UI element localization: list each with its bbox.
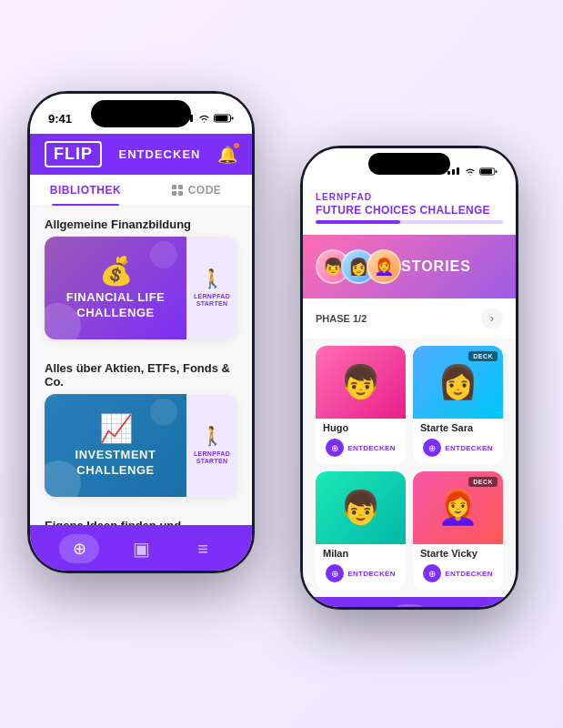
challenge-action-2[interactable]: 🚶 LERNPFADSTARTEN (186, 394, 237, 497)
hugo-visual: 👦 (316, 346, 406, 419)
grid-icon (172, 185, 183, 196)
nav-compass-1[interactable]: ⊕ (59, 534, 99, 563)
milan-btn[interactable]: ⊕ (326, 564, 344, 582)
bottom-nav-2: ⊕ ▣ ≡ (303, 597, 516, 607)
vicky-action[interactable]: ⊕ ENTDECKEN (413, 561, 503, 590)
battery-icon-2 (479, 167, 498, 176)
phase-chevron[interactable]: › (481, 308, 503, 329)
milan-action-label: ENTDECKEN (347, 570, 395, 578)
section-header-3: Eigene Ideen finden und erfolgreich umse… (30, 508, 252, 525)
challenge-name: FUTURE CHOICES CHALLENGE (316, 204, 503, 217)
dynamic-island (91, 100, 191, 127)
notification-dot (234, 143, 239, 148)
phase-section[interactable]: PHASE 1/2 › (303, 298, 516, 339)
challenge-card-2[interactable]: 📈 INVESTMENT CHALLENGE 🚶 LERNPFADSTARTEN (45, 394, 237, 497)
vicky-btn[interactable]: ⊕ (423, 564, 441, 582)
phone-2: LERNPFAD FUTURE CHOICES CHALLENGE 👦 👩 👩‍… (300, 146, 518, 610)
phase-label: PHASE 1/2 (316, 313, 367, 324)
svg-rect-5 (480, 168, 492, 173)
flip-logo: FLIP (45, 141, 102, 167)
app-header-1: FLIP ENTDECKEN 🔔 (30, 134, 252, 175)
character-avatars: 👦 👩 👩‍🦰 (316, 249, 392, 284)
tab-bibliothek[interactable]: BIBLIOTHEK (30, 175, 141, 206)
tab-bibliothek-label: BIBLIOTHEK (50, 184, 121, 197)
hugo-btn-icon: ⊕ (331, 443, 338, 453)
action-icon-2: 🚶 (201, 425, 224, 447)
lernpfad-label: LERNPFAD (316, 192, 503, 202)
stories-section[interactable]: 👦 👩 👩‍🦰 STORIES (303, 235, 516, 298)
svg-rect-2 (216, 116, 228, 121)
bell-container[interactable]: 🔔 (217, 145, 237, 165)
signal-bar-6 (457, 167, 459, 175)
challenge-title-1: FINANCIAL LIFE CHALLENGE (59, 290, 172, 321)
cards-grid: 👦 Hugo ⊕ ENTDECKEN DECK 👩 Starte Sara (303, 339, 516, 597)
sara-name: Starte Sara (413, 419, 503, 435)
card-hugo[interactable]: 👦 Hugo ⊕ ENTDECKEN (316, 346, 406, 464)
card-sara[interactable]: DECK 👩 Starte Sara ⊕ ENTDECKEN (413, 346, 503, 464)
card1-emoji: 💰 (99, 255, 133, 287)
hugo-action[interactable]: ⊕ ENTDECKEN (316, 435, 406, 464)
stories-label: STORIES (401, 258, 471, 275)
tab-bar-1: BIBLIOTHEK CODE (30, 175, 252, 207)
sara-action[interactable]: ⊕ ENTDECKEN (413, 435, 503, 464)
nav-menu-1[interactable]: ≡ (183, 534, 223, 563)
card2-emoji: 📈 (99, 412, 133, 444)
action-label-2: LERNPFADSTARTEN (194, 450, 230, 466)
milan-emoji: 👦 (340, 489, 381, 527)
svg-rect-4 (496, 170, 498, 173)
challenge-title-2: INVESTMENT CHALLENGE (59, 448, 172, 479)
challenge-card-1[interactable]: 💰 FINANCIAL LIFE CHALLENGE 🚶 LERNPFADSTA… (45, 237, 237, 339)
signal-bar-5 (452, 169, 455, 175)
wifi-icon (198, 114, 210, 123)
vicky-emoji: 👩‍🦰 (437, 489, 478, 527)
scroll-content-1[interactable]: Allgemeine Finanzbildung 💰 FINANCIAL LIF… (30, 207, 252, 525)
card-milan[interactable]: 👦 Milan ⊕ ENTDECKEN (316, 471, 406, 590)
progress-bar-inner (316, 220, 400, 224)
challenge-action-1[interactable]: 🚶 LERNPFADSTARTEN (186, 237, 237, 339)
milan-action[interactable]: ⊕ ENTDECKEN (316, 561, 406, 590)
deck-badge-sara: DECK (468, 351, 498, 361)
milan-btn-icon: ⊕ (331, 569, 338, 579)
vicky-action-label: ENTDECKEN (445, 570, 492, 578)
signal-bar-4 (447, 171, 450, 175)
phone-1: 9:41 FLIP (27, 91, 255, 573)
tab-code-label: CODE (188, 184, 222, 197)
sara-btn[interactable]: ⊕ (423, 439, 441, 457)
battery-icon (214, 114, 234, 123)
sara-emoji: 👩 (437, 363, 478, 401)
avatar-3: 👩‍🦰 (367, 249, 401, 284)
bell-icon: 🔔 (217, 146, 237, 164)
hugo-emoji: 👦 (340, 363, 381, 401)
milan-visual: 👦 (316, 471, 406, 544)
vicky-name: Starte Vicky (413, 544, 503, 561)
svg-rect-1 (232, 117, 234, 120)
qr-icon-1: ▣ (133, 538, 150, 560)
compass-icon-1: ⊕ (73, 539, 86, 559)
progress-bar-outer (316, 220, 503, 224)
section-header-1: Allgemeine Finanzbildung (30, 207, 252, 237)
challenge-visual-1: 💰 FINANCIAL LIFE CHALLENGE (45, 237, 186, 339)
sara-btn-icon: ⊕ (428, 443, 436, 453)
milan-name: Milan (316, 544, 406, 561)
hugo-btn[interactable]: ⊕ (326, 439, 344, 457)
sara-action-label: ENTDECKEN (445, 444, 492, 452)
header-title-1: ENTDECKEN (119, 147, 201, 161)
nav-qr-2[interactable]: ▣ (389, 604, 429, 607)
sara-visual: DECK 👩 (413, 346, 503, 419)
vicky-btn-icon: ⊕ (428, 569, 436, 579)
dynamic-island-2 (368, 153, 450, 175)
action-icon-1: 🚶 (201, 268, 224, 289)
challenge-visual-2: 📈 INVESTMENT CHALLENGE (45, 394, 186, 497)
bottom-nav-1: ⊕ ▣ ≡ (30, 525, 252, 571)
vicky-visual: DECK 👩‍🦰 (413, 471, 503, 544)
hugo-action-label: ENTDECKEN (347, 444, 395, 452)
lernpfad-header: LERNPFAD FUTURE CHOICES CHALLENGE (303, 185, 516, 235)
card-vicky[interactable]: DECK 👩‍🦰 Starte Vicky ⊕ ENTDECKEN (413, 471, 503, 590)
section-header-2: Alles über Aktien, ETFs, Fonds & Co. (30, 350, 252, 394)
nav-compass-2[interactable]: ⊕ (330, 604, 370, 607)
nav-menu-2[interactable]: ≡ (448, 604, 488, 607)
tab-code[interactable]: CODE (141, 175, 252, 206)
nav-qr-1[interactable]: ▣ (121, 534, 161, 563)
action-label-1: LERNPFADSTARTEN (194, 293, 230, 308)
deck-badge-vicky: DECK (468, 477, 498, 487)
